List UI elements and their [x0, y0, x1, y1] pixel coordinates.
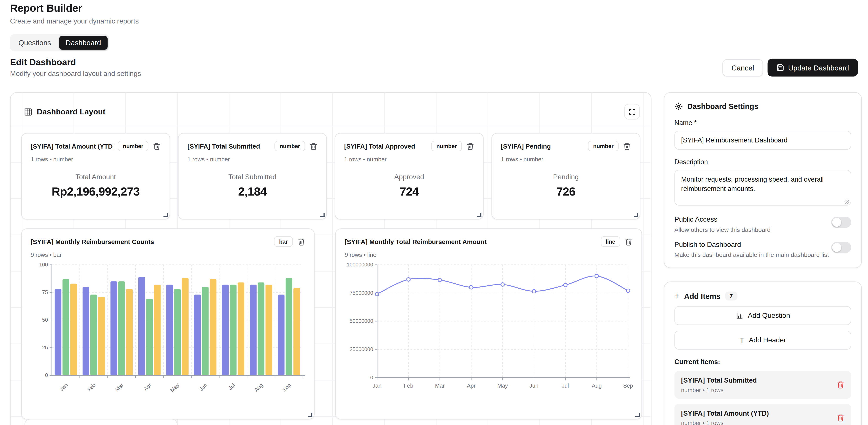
trash-icon[interactable] — [625, 238, 632, 246]
bar — [154, 285, 161, 375]
svg-text:Feb: Feb — [86, 382, 97, 393]
bar — [146, 299, 153, 375]
svg-text:Jun: Jun — [198, 382, 208, 392]
svg-text:May: May — [169, 382, 181, 393]
svg-text:75: 75 — [42, 289, 48, 295]
svg-text:May: May — [497, 382, 508, 389]
current-items-list: [SYIFA] Total Submittednumber • 1 rows[S… — [675, 371, 851, 425]
publish-label: Publish to Dashboard — [675, 241, 829, 249]
page-title: Report Builder — [10, 2, 138, 15]
add-items-title: Add Items — [684, 292, 720, 301]
data-point-marker — [532, 289, 536, 293]
viz-type-badge: number — [275, 141, 305, 151]
svg-text:25: 25 — [42, 344, 48, 350]
viz-type-badge: number — [431, 141, 462, 151]
bar — [202, 287, 209, 375]
fullscreen-button[interactable] — [624, 104, 640, 120]
bar — [182, 278, 189, 375]
textarea-resize-grip[interactable] — [844, 200, 849, 204]
bar-chart-icon — [736, 312, 743, 319]
dashboard-description-textarea[interactable]: Monitor requests, processing speed, and … — [675, 170, 851, 205]
svg-text:0: 0 — [370, 374, 373, 380]
current-item-title: [SYIFA] Total Amount (YTD) — [681, 409, 769, 417]
publish-help: Make this dashboard available in the mai… — [675, 251, 829, 258]
grid-icon — [24, 108, 32, 116]
dashboard-settings-card: Dashboard Settings Name * Description Mo… — [664, 92, 862, 268]
bar — [138, 277, 145, 375]
bar — [250, 285, 256, 375]
stat-card-title: [SYIFA] Total Submitted — [187, 143, 270, 149]
bar — [118, 281, 125, 375]
name-label: Name * — [675, 119, 851, 127]
current-item-text: [SYIFA] Total Submittednumber • 1 rows — [681, 376, 757, 393]
bar — [278, 295, 284, 375]
cancel-button-label: Cancel — [732, 64, 754, 71]
add-question-button[interactable]: Add Question — [675, 306, 851, 325]
public-access-text: Public Access Allow others to view this … — [675, 216, 771, 233]
edit-subtitle: Modify your dashboard layout and setting… — [10, 70, 141, 78]
current-item-meta: number • 1 rows — [681, 420, 769, 425]
viz-type-badge: line — [600, 236, 620, 247]
dashboard-name-input[interactable] — [675, 131, 851, 150]
settings-title: Dashboard Settings — [687, 102, 758, 111]
trash-icon[interactable] — [298, 238, 305, 246]
stat-card: [SYIFA] Total Approvednumber1 rows • num… — [335, 133, 484, 220]
viz-type-badge: bar — [274, 236, 293, 247]
svg-text:Jan: Jan — [59, 382, 69, 392]
stat-value: 726 — [556, 185, 576, 198]
add-items-count-badge: 7 — [725, 291, 737, 301]
trash-icon[interactable] — [310, 142, 317, 150]
bar — [286, 278, 292, 375]
chart-card: [SYIFA] Monthly Reimbursement Countsbar9… — [21, 228, 315, 419]
viz-type-badge: number — [118, 141, 148, 151]
stat-card-meta: 1 rows • number — [31, 156, 160, 163]
trash-icon[interactable] — [153, 142, 161, 150]
stat-label: Total Amount — [75, 173, 116, 181]
svg-text:50: 50 — [42, 317, 48, 323]
dashboard-layout-panel: Dashboard Layout [SYIFA] Total Amount (Y… — [10, 92, 651, 425]
bar — [63, 279, 69, 375]
add-items-card: + Add Items 7 Add Question T Add Header … — [664, 281, 862, 425]
trash-icon[interactable] — [623, 142, 631, 150]
stat-label: Approved — [394, 173, 424, 181]
edit-actions: Cancel Update Dashboard — [723, 59, 858, 77]
edit-title: Edit Dashboard — [10, 58, 141, 68]
trash-icon[interactable] — [466, 142, 474, 150]
svg-text:Jun: Jun — [530, 382, 538, 389]
public-access-label: Public Access — [675, 216, 771, 223]
bar — [194, 295, 201, 375]
plus-icon: + — [675, 291, 680, 301]
svg-text:25000000: 25000000 — [350, 346, 373, 352]
stat-card-meta: 1 rows • number — [187, 156, 317, 163]
delete-item-icon[interactable] — [837, 381, 844, 389]
stat-card: [SYIFA] Total Submittednumber1 rows • nu… — [178, 133, 327, 220]
data-point-marker — [407, 278, 410, 281]
cancel-button[interactable]: Cancel — [723, 59, 763, 76]
bar — [126, 289, 133, 375]
svg-text:75000000: 75000000 — [350, 290, 373, 296]
svg-text:Mar: Mar — [114, 382, 125, 393]
bar — [98, 297, 105, 375]
delete-item-icon[interactable] — [837, 414, 844, 422]
current-item-row: [SYIFA] Total Amount (YTD)number • 1 row… — [675, 404, 851, 425]
stat-value: 2,184 — [238, 185, 267, 198]
current-item-title: [SYIFA] Total Submitted — [681, 376, 757, 384]
update-dashboard-button[interactable]: Update Dashboard — [768, 59, 858, 77]
svg-text:Mar: Mar — [435, 382, 445, 389]
data-point-marker — [438, 278, 442, 282]
page-header: Report Builder Create and manage your dy… — [10, 2, 138, 25]
add-header-button[interactable]: T Add Header — [675, 331, 851, 349]
stat-card-title: [SYIFA] Total Amount (YTD) — [31, 143, 114, 149]
add-items-header: + Add Items 7 — [675, 291, 851, 301]
stat-card-meta: 1 rows • number — [501, 156, 631, 163]
edit-bar: Edit Dashboard Modify your dashboard lay… — [0, 58, 868, 78]
tab-dashboard[interactable]: Dashboard — [59, 36, 108, 50]
bar — [90, 295, 97, 375]
tab-questions[interactable]: Questions — [12, 36, 58, 50]
stat-label: Total Submitted — [228, 173, 276, 181]
text-icon: T — [740, 336, 744, 344]
toggle-knob — [832, 243, 841, 252]
public-access-toggle[interactable] — [831, 217, 851, 228]
publish-toggle[interactable] — [831, 242, 851, 253]
current-item-text: [SYIFA] Total Amount (YTD)number • 1 row… — [681, 409, 769, 425]
